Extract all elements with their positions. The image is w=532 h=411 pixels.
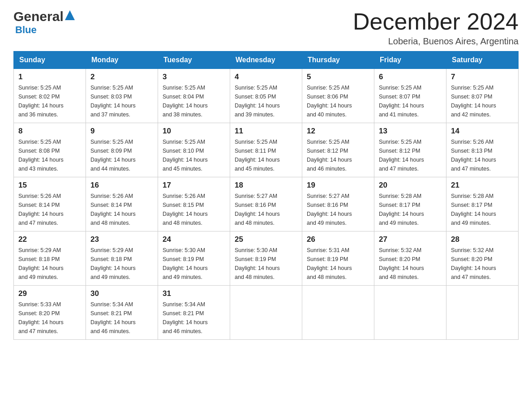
- header-sunday: Sunday: [14, 51, 86, 69]
- day-info: Sunrise: 5:28 AMSunset: 8:17 PMDaylight:…: [451, 192, 514, 227]
- calendar-cell: 3Sunrise: 5:25 AMSunset: 8:04 PMDaylight…: [158, 69, 230, 123]
- day-info: Sunrise: 5:25 AMSunset: 8:04 PMDaylight:…: [163, 83, 225, 119]
- calendar-cell: 19Sunrise: 5:27 AMSunset: 8:16 PMDayligh…: [302, 177, 374, 231]
- week-row-3: 15Sunrise: 5:26 AMSunset: 8:14 PMDayligh…: [14, 177, 519, 231]
- header-monday: Monday: [86, 51, 158, 69]
- day-number: 18: [235, 181, 297, 190]
- calendar-cell: 17Sunrise: 5:26 AMSunset: 8:15 PMDayligh…: [158, 177, 230, 231]
- calendar-cell: 30Sunrise: 5:34 AMSunset: 8:21 PMDayligh…: [86, 286, 158, 340]
- calendar-cell: 24Sunrise: 5:30 AMSunset: 8:19 PMDayligh…: [158, 231, 230, 286]
- day-number: 5: [307, 73, 369, 81]
- logo-blue-text: Blue: [15, 24, 37, 35]
- day-number: 2: [90, 73, 153, 81]
- calendar-cell: 29Sunrise: 5:33 AMSunset: 8:20 PMDayligh…: [14, 286, 86, 340]
- month-year-title: December 2024: [353, 9, 519, 34]
- calendar-cell: 27Sunrise: 5:32 AMSunset: 8:20 PMDayligh…: [374, 231, 446, 286]
- day-number: 14: [451, 127, 514, 136]
- calendar-cell: 31Sunrise: 5:34 AMSunset: 8:21 PMDayligh…: [158, 286, 230, 340]
- calendar-cell: 8Sunrise: 5:25 AMSunset: 8:08 PMDaylight…: [14, 123, 86, 177]
- day-number: 21: [451, 181, 514, 190]
- day-number: 3: [163, 73, 225, 81]
- day-info: Sunrise: 5:25 AMSunset: 8:07 PMDaylight:…: [379, 83, 442, 119]
- day-info: Sunrise: 5:25 AMSunset: 8:05 PMDaylight:…: [235, 83, 297, 119]
- day-number: 12: [307, 127, 369, 136]
- calendar-cell: [230, 286, 302, 340]
- day-number: 30: [90, 289, 153, 298]
- day-info: Sunrise: 5:29 AMSunset: 8:18 PMDaylight:…: [18, 246, 81, 282]
- day-number: 19: [307, 181, 369, 190]
- page-header: General Blue December 2024 Loberia, Buen…: [13, 9, 519, 47]
- day-number: 1: [18, 73, 81, 81]
- day-info: Sunrise: 5:31 AMSunset: 8:19 PMDaylight:…: [307, 246, 369, 282]
- calendar-cell: 5Sunrise: 5:25 AMSunset: 8:06 PMDaylight…: [302, 69, 374, 123]
- day-number: 28: [451, 235, 514, 244]
- day-info: Sunrise: 5:27 AMSunset: 8:16 PMDaylight:…: [235, 192, 297, 227]
- day-info: Sunrise: 5:25 AMSunset: 8:02 PMDaylight:…: [18, 83, 81, 119]
- logo: General Blue: [13, 9, 75, 36]
- day-number: 26: [307, 235, 369, 244]
- day-number: 17: [163, 181, 225, 190]
- calendar-cell: 1Sunrise: 5:25 AMSunset: 8:02 PMDaylight…: [14, 69, 86, 123]
- day-info: Sunrise: 5:25 AMSunset: 8:11 PMDaylight:…: [235, 137, 297, 173]
- logo-triangle-icon: [65, 10, 75, 20]
- day-number: 22: [18, 235, 81, 244]
- week-row-2: 8Sunrise: 5:25 AMSunset: 8:08 PMDaylight…: [14, 123, 519, 177]
- week-row-1: 1Sunrise: 5:25 AMSunset: 8:02 PMDaylight…: [14, 69, 519, 123]
- day-number: 16: [90, 181, 153, 190]
- day-number: 25: [235, 235, 297, 244]
- day-info: Sunrise: 5:25 AMSunset: 8:12 PMDaylight:…: [379, 137, 442, 173]
- day-info: Sunrise: 5:26 AMSunset: 8:13 PMDaylight:…: [451, 137, 514, 173]
- week-row-5: 29Sunrise: 5:33 AMSunset: 8:20 PMDayligh…: [14, 286, 519, 340]
- calendar-cell: 25Sunrise: 5:30 AMSunset: 8:19 PMDayligh…: [230, 231, 302, 286]
- day-info: Sunrise: 5:29 AMSunset: 8:18 PMDaylight:…: [90, 246, 153, 282]
- day-info: Sunrise: 5:25 AMSunset: 8:12 PMDaylight:…: [307, 137, 369, 173]
- calendar-cell: 16Sunrise: 5:26 AMSunset: 8:14 PMDayligh…: [86, 177, 158, 231]
- day-info: Sunrise: 5:30 AMSunset: 8:19 PMDaylight:…: [163, 246, 225, 282]
- calendar-cell: 21Sunrise: 5:28 AMSunset: 8:17 PMDayligh…: [446, 177, 519, 231]
- calendar-header-row: SundayMondayTuesdayWednesdayThursdayFrid…: [14, 51, 519, 69]
- day-number: 27: [379, 235, 442, 244]
- day-info: Sunrise: 5:32 AMSunset: 8:20 PMDaylight:…: [379, 246, 442, 282]
- calendar-cell: [374, 286, 446, 340]
- week-row-4: 22Sunrise: 5:29 AMSunset: 8:18 PMDayligh…: [14, 231, 519, 286]
- calendar-cell: 20Sunrise: 5:28 AMSunset: 8:17 PMDayligh…: [374, 177, 446, 231]
- calendar-cell: 18Sunrise: 5:27 AMSunset: 8:16 PMDayligh…: [230, 177, 302, 231]
- day-info: Sunrise: 5:27 AMSunset: 8:16 PMDaylight:…: [307, 192, 369, 227]
- day-number: 31: [163, 289, 225, 298]
- header-saturday: Saturday: [446, 51, 519, 69]
- day-info: Sunrise: 5:34 AMSunset: 8:21 PMDaylight:…: [163, 300, 225, 336]
- day-info: Sunrise: 5:25 AMSunset: 8:10 PMDaylight:…: [163, 137, 225, 173]
- calendar-cell: 6Sunrise: 5:25 AMSunset: 8:07 PMDaylight…: [374, 69, 446, 123]
- day-number: 24: [163, 235, 225, 244]
- header-wednesday: Wednesday: [230, 51, 302, 69]
- day-number: 29: [18, 289, 81, 298]
- day-number: 9: [90, 127, 153, 136]
- calendar-cell: 14Sunrise: 5:26 AMSunset: 8:13 PMDayligh…: [446, 123, 519, 177]
- day-info: Sunrise: 5:25 AMSunset: 8:08 PMDaylight:…: [18, 137, 81, 173]
- title-section: December 2024 Loberia, Buenos Aires, Arg…: [353, 9, 519, 47]
- day-info: Sunrise: 5:25 AMSunset: 8:09 PMDaylight:…: [90, 137, 153, 173]
- day-number: 7: [451, 73, 514, 81]
- day-info: Sunrise: 5:25 AMSunset: 8:06 PMDaylight:…: [307, 83, 369, 119]
- day-info: Sunrise: 5:26 AMSunset: 8:15 PMDaylight:…: [163, 192, 225, 227]
- day-number: 8: [18, 127, 81, 136]
- calendar-cell: [302, 286, 374, 340]
- day-info: Sunrise: 5:33 AMSunset: 8:20 PMDaylight:…: [18, 300, 81, 336]
- header-thursday: Thursday: [302, 51, 374, 69]
- day-number: 6: [379, 73, 442, 81]
- day-info: Sunrise: 5:26 AMSunset: 8:14 PMDaylight:…: [90, 192, 153, 227]
- calendar-cell: 23Sunrise: 5:29 AMSunset: 8:18 PMDayligh…: [86, 231, 158, 286]
- day-number: 20: [379, 181, 442, 190]
- calendar-cell: 7Sunrise: 5:25 AMSunset: 8:07 PMDaylight…: [446, 69, 519, 123]
- day-info: Sunrise: 5:25 AMSunset: 8:07 PMDaylight:…: [451, 83, 514, 119]
- calendar-cell: 12Sunrise: 5:25 AMSunset: 8:12 PMDayligh…: [302, 123, 374, 177]
- calendar-cell: 15Sunrise: 5:26 AMSunset: 8:14 PMDayligh…: [14, 177, 86, 231]
- calendar-cell: 13Sunrise: 5:25 AMSunset: 8:12 PMDayligh…: [374, 123, 446, 177]
- day-info: Sunrise: 5:32 AMSunset: 8:20 PMDaylight:…: [451, 246, 514, 282]
- calendar-cell: 22Sunrise: 5:29 AMSunset: 8:18 PMDayligh…: [14, 231, 86, 286]
- day-number: 13: [379, 127, 442, 136]
- day-info: Sunrise: 5:30 AMSunset: 8:19 PMDaylight:…: [235, 246, 297, 282]
- calendar-cell: 9Sunrise: 5:25 AMSunset: 8:09 PMDaylight…: [86, 123, 158, 177]
- calendar-cell: [446, 286, 519, 340]
- calendar-table: SundayMondayTuesdayWednesdayThursdayFrid…: [13, 51, 519, 340]
